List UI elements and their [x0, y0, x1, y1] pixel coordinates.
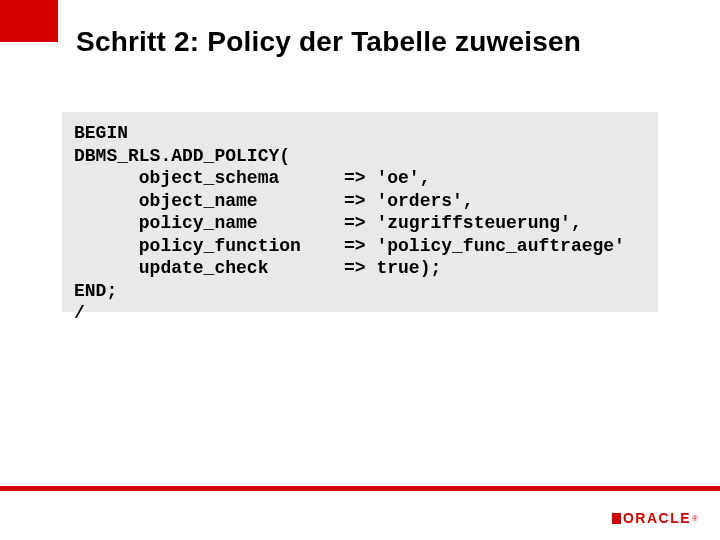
footer-bar [0, 486, 720, 491]
oracle-logo-word: ORACLE [623, 510, 691, 526]
slide-title: Schritt 2: Policy der Tabelle zuweisen [76, 26, 581, 58]
oracle-logo-mark [612, 513, 621, 524]
code-text: BEGIN DBMS_RLS.ADD_POLICY( object_schema… [74, 122, 646, 325]
brand-block [0, 0, 58, 42]
slide: Schritt 2: Policy der Tabelle zuweisen B… [0, 0, 720, 540]
code-block: BEGIN DBMS_RLS.ADD_POLICY( object_schema… [62, 112, 658, 312]
oracle-logo: ORACLE ® [612, 510, 698, 526]
oracle-logo-reg: ® [692, 514, 698, 523]
